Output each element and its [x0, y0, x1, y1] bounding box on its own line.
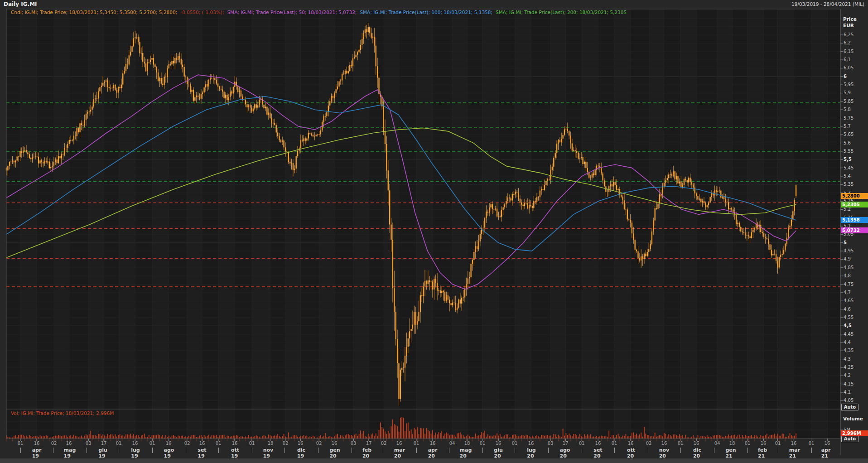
- chart-canvas[interactable]: [0, 0, 868, 463]
- volume-legend[interactable]: Vol; IG.MI; Trade Price; 18/03/2021; 2,9…: [11, 410, 114, 416]
- time-day-label: 16: [232, 441, 238, 446]
- time-day-label: 17: [366, 441, 372, 446]
- time-day-label: 18: [729, 441, 735, 446]
- month-separator: [680, 448, 681, 453]
- month-separator: [20, 448, 21, 453]
- time-day-label: 02: [316, 441, 322, 446]
- time-month-label: set 19: [198, 447, 206, 459]
- time-month-label: set 20: [593, 447, 602, 459]
- time-day-label: 18: [464, 441, 470, 446]
- price-tick-label: 4,2: [844, 373, 851, 378]
- time-day-label: 04: [449, 441, 455, 446]
- current-value-badge: 5,1358: [841, 217, 868, 223]
- month-separator: [449, 448, 449, 453]
- price-tick-label: 5,9: [844, 90, 851, 96]
- month-separator: [811, 448, 812, 453]
- price-tick-label: 5,6: [844, 140, 851, 146]
- time-day-label: 16: [166, 441, 172, 446]
- time-month-label: gen 21: [725, 447, 736, 459]
- price-tick-label: 5: [844, 240, 847, 246]
- time-day-label: 17: [101, 441, 107, 446]
- month-separator: [318, 448, 318, 453]
- legend-sma100-series[interactable]: SMA; IG.MI; Trade Price(Last); 100; 18/0…: [360, 10, 492, 15]
- legend-sma200-series[interactable]: SMA; IG.MI; Trade Price(Last); 200; 18/0…: [496, 10, 627, 15]
- month-separator: [53, 448, 53, 453]
- price-tick-label: 4,3: [844, 357, 851, 362]
- time-month-label: ott 20: [627, 447, 635, 459]
- time-day-label: 17: [563, 441, 569, 446]
- time-day-label: 18: [268, 441, 274, 446]
- legend-sma50-series[interactable]: SMA; IG.MI; Trade Price(Last); 50; 18/03…: [227, 10, 357, 15]
- month-separator: [416, 448, 417, 453]
- price-tick-label: 4,65: [844, 298, 854, 304]
- month-separator: [778, 448, 778, 453]
- price-tick-label: 6,05: [844, 65, 854, 71]
- price-tick-label: 5,55: [844, 149, 854, 154]
- time-day-label: 16: [496, 441, 502, 446]
- time-day-label: 16: [298, 441, 304, 446]
- price-tick-label: 5,95: [844, 82, 854, 87]
- price-tick-label: 5,75: [844, 116, 854, 121]
- time-day-label: 01: [745, 441, 751, 446]
- price-tick-label: 6,25: [844, 32, 854, 38]
- time-month-label: nov 20: [659, 447, 670, 459]
- time-day-label: 16: [132, 441, 138, 446]
- price-tick-label: 5,85: [844, 99, 854, 104]
- time-month-label: apr 21: [821, 447, 831, 459]
- price-legend: Cndl; IG.MI; Trade Price; 18/03/2021; 5,…: [11, 10, 630, 15]
- price-tick-label: 5,45: [844, 165, 854, 171]
- time-day-label: 01: [249, 441, 255, 446]
- legend-change: -0,0550; (-1,03%);: [180, 10, 224, 15]
- price-tick-label: 4,75: [844, 282, 854, 287]
- time-day-label: 02: [51, 441, 57, 446]
- time-day-label: 16: [528, 441, 534, 446]
- time-day-label: 01: [512, 441, 518, 446]
- time-month-label: dic 20: [693, 447, 701, 459]
- time-day-label: 01: [775, 441, 781, 446]
- price-tick-label: 6: [844, 74, 847, 79]
- price-tick-label: 4,45: [844, 332, 854, 337]
- time-day-label: 03: [86, 441, 92, 446]
- time-day-label: 16: [396, 441, 402, 446]
- time-day-label: 02: [646, 441, 652, 446]
- month-separator: [648, 448, 648, 453]
- time-day-label: 02: [381, 441, 387, 446]
- current-value-badge: 5,2305: [841, 202, 868, 207]
- time-month-label: mag 20: [460, 447, 472, 459]
- price-tick-label: 5,5: [844, 157, 852, 162]
- time-day-label: 16: [628, 441, 634, 446]
- legend-candle-series[interactable]: Cndl; IG.MI; Trade Price; 18/03/2021; 5,…: [11, 10, 177, 15]
- month-separator: [747, 448, 748, 453]
- price-axis-title: Price: [843, 16, 857, 22]
- month-separator: [548, 448, 549, 453]
- month-separator: [515, 448, 515, 453]
- month-separator: [152, 448, 153, 453]
- price-tick-label: 5,35: [844, 182, 854, 187]
- volume-axis-auto-button[interactable]: Auto: [841, 435, 858, 442]
- price-axis-auto-button[interactable]: Auto: [841, 404, 858, 410]
- price-tick-label: 4,15: [844, 381, 854, 387]
- month-separator: [252, 448, 252, 453]
- price-tick-label: 4,95: [844, 248, 854, 254]
- time-day-label: 04: [714, 441, 720, 446]
- window-bottom-strip: [0, 458, 868, 463]
- time-day-label: 01: [116, 441, 122, 446]
- time-day-label: 01: [579, 441, 585, 446]
- month-separator: [285, 448, 285, 453]
- time-day-label: 01: [149, 441, 155, 446]
- price-tick-label: 6,2: [844, 40, 851, 46]
- time-month-label: nov 19: [263, 447, 274, 459]
- price-tick-label: 6,15: [844, 49, 854, 54]
- time-day-label: 16: [761, 441, 767, 446]
- time-month-label: giu 20: [494, 447, 502, 459]
- price-tick-label: 5,2: [844, 207, 851, 212]
- price-tick-label: 4,4: [844, 340, 851, 345]
- time-day-label: 16: [661, 441, 667, 446]
- price-tick-label: 5,4: [844, 174, 851, 179]
- month-separator: [482, 448, 483, 453]
- time-day-label: 01: [678, 441, 684, 446]
- time-day-label: 16: [694, 441, 699, 446]
- time-month-label: mar 21: [789, 447, 800, 459]
- time-month-label: feb 21: [758, 447, 767, 459]
- current-value-badge: 5,2800: [841, 193, 868, 199]
